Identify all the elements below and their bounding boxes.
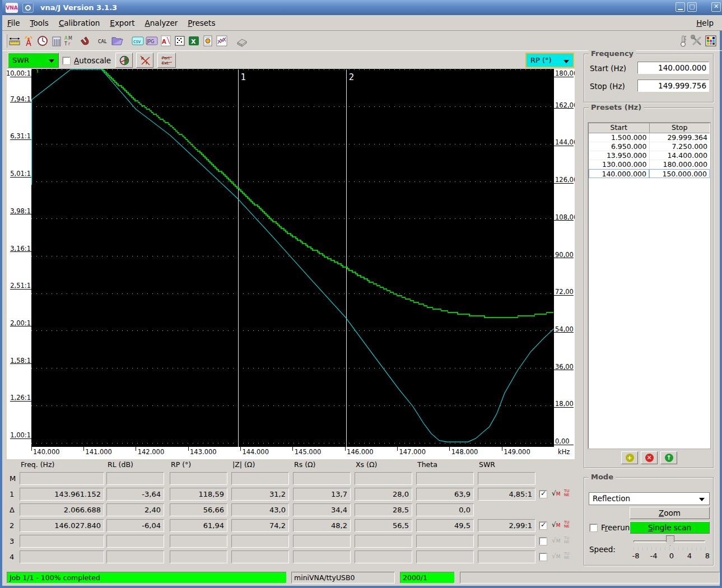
marker-2-tune-button[interactable]: TUNE [564,521,573,529]
marker-1-visible-checkbox[interactable] [539,491,547,498]
minimize-button[interactable]: ▁ [676,2,685,12]
trace-letters-icon[interactable]: AMTr [64,34,77,48]
mode-select[interactable]: Reflection [589,492,710,505]
marker-1-sqrt-button[interactable]: √M [552,489,561,498]
excel-icon[interactable]: X [187,34,201,48]
antenna-icon[interactable] [22,34,35,48]
marker-label-2: 2 [349,72,355,82]
menu-calibration[interactable]: Calibration [54,16,105,30]
marker-4-sqrt-button[interactable]: √M [552,552,561,561]
preset-cell[interactable]: 6.950.000 [589,142,650,151]
preset-cell[interactable]: 13.950.000 [589,151,650,160]
zoom-button[interactable]: Zoom [630,507,710,519]
right-scale-select[interactable]: RP (°) [525,53,574,68]
marker-col-header: SWR [479,460,495,469]
marker-4-visible-checkbox[interactable] [539,553,547,561]
plus-icon: + [626,454,634,462]
window-menu-icon[interactable] [22,3,34,13]
preset-cell[interactable]: 180.000.000 [650,160,710,169]
menu-presets[interactable]: Presets [183,16,220,30]
preset-cell[interactable]: 130.000.000 [589,160,650,169]
preset-row[interactable]: 6.950.0007.250.000 [589,142,710,151]
menu-tools[interactable]: Tools [25,16,54,30]
preset-cell[interactable]: 150.000.000 [649,169,710,178]
preset-delete-button[interactable]: ✕ [641,451,658,464]
csv-icon[interactable]: csv [131,34,145,48]
chart-icon[interactable] [215,34,229,48]
freerun-checkbox[interactable] [590,524,597,531]
svg-text:r: r [68,41,71,46]
speed-label: Speed: [589,545,616,554]
menu-analyzer[interactable]: Analyzer [140,16,183,30]
eraser-icon[interactable] [235,34,249,48]
right-axis-label: 0,00 [555,437,570,445]
marker-col-header: Xs (Ω) [356,460,377,469]
marker-1-field: 118,59 [170,488,227,501]
open-folder-icon[interactable] [111,34,124,48]
preset-cell[interactable]: 1.500.000 [589,133,650,142]
start-hz-input[interactable] [637,62,709,74]
svg-text:csv: csv [133,39,141,44]
chevron-down-icon [563,60,569,63]
marker-4-tune-button[interactable]: TUNE [564,552,573,561]
status-job: Job 1/1 - 100% completed [7,572,287,584]
preset-cell[interactable]: 140.000.000 [589,169,649,178]
pdf-icon[interactable]: A [159,34,173,48]
thermometer-icon[interactable] [676,34,690,48]
ruler-icon[interactable] [8,34,21,48]
svg-text:X: X [191,38,196,45]
left-axis-label: 7,94:1 [10,95,31,103]
marker-2-field: 48,2 [293,519,351,532]
x-axis-label: 146.000 [347,448,374,456]
presets-table: StartStop1.500.00029.999.3646.950.0007.2… [588,123,710,449]
smith-chart-button[interactable] [115,53,133,68]
pixels-icon[interactable] [173,34,187,48]
right-axis-label: 54,00 [555,325,574,333]
delete-x-icon: ✕ [645,454,654,462]
clock-icon[interactable] [36,34,49,48]
jpg-icon[interactable]: JPG [145,34,159,48]
preset-add-button[interactable]: + [621,451,638,464]
generator-icon[interactable] [50,34,63,48]
x-axis-unit: kHz [558,448,570,456]
menu-file[interactable]: File [2,16,25,30]
preset-row[interactable]: 130.000.000180.000.000 [589,160,710,169]
preset-upload-button[interactable]: ↑ [660,451,677,464]
stop-hz-input[interactable] [637,80,709,92]
marker-2-visible-checkbox[interactable] [539,522,547,529]
marker-2-sqrt-button[interactable]: √M [552,521,561,529]
marker-M-field [416,472,474,485]
speed-slider-thumb[interactable] [666,535,674,546]
palette-icon[interactable] [704,34,718,48]
preset-cell[interactable]: 7.250.000 [650,142,710,151]
tools-icon[interactable] [690,34,704,48]
maximize-button[interactable]: ▢ [687,2,697,12]
port-extension-button[interactable]: PortExt. [157,53,176,68]
marker-3-sqrt-button[interactable]: √M [552,536,561,545]
presets-col-stop[interactable]: Stop [650,123,710,133]
marker-4-field [20,550,104,563]
marker-1-tune-button[interactable]: TUNE [564,489,573,498]
cal-icon[interactable]: CAL [97,34,110,48]
single-scan-button[interactable]: Single scan [630,521,710,534]
presets-col-start[interactable]: Start [589,123,650,133]
marker-3-tune-button[interactable]: TUNE [564,536,573,545]
marker-col-header: RP (°) [171,460,191,469]
magnet-icon[interactable] [78,34,91,48]
close-button[interactable]: ✕ [711,2,721,12]
preset-row[interactable]: 1.500.00029.999.364 [589,133,710,142]
marker-M-field [355,472,412,485]
report-icon[interactable] [201,34,215,48]
preset-cell[interactable]: 29.999.364 [650,133,710,142]
preset-cell[interactable]: 14.400.000 [650,151,710,160]
preset-row[interactable]: 13.950.00014.400.000 [589,151,710,160]
marker-Δ-field: 2,40 [106,503,164,516]
left-axis-label: 10,00:1 [7,69,31,77]
preset-row[interactable]: 140.000.000150.000.000 [589,169,710,178]
menu-help[interactable]: Help [691,16,719,30]
marker-3-visible-checkbox[interactable] [539,538,547,545]
ref-button[interactable]: RF [136,53,153,68]
menu-export[interactable]: Export [105,16,139,30]
left-scale-select[interactable]: SWR [8,53,59,68]
autoscale-checkbox[interactable] [63,57,70,64]
